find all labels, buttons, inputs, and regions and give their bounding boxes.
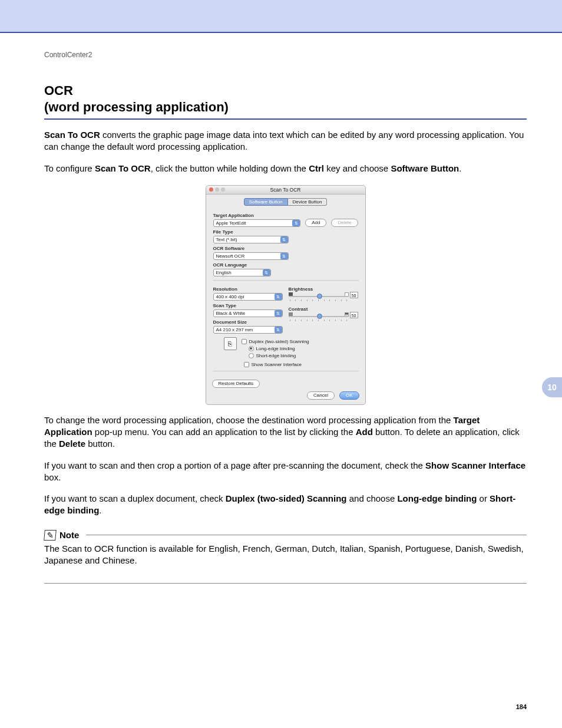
add-button[interactable]: Add	[305, 219, 326, 227]
select-scan-type[interactable]: Black & White ⇅	[213, 309, 283, 317]
checkbox-show-scanner-interface[interactable]	[244, 362, 249, 367]
note-heading: ✎ Note	[44, 530, 527, 541]
value-brightness: 50	[350, 292, 358, 298]
p5-b2: Long-edge binding	[397, 493, 477, 503]
value-resolution: 400 x 400 dpi	[216, 294, 244, 299]
ok-button[interactable]: OK	[339, 391, 359, 400]
p5-t1: If you want to scan a duplex document, c…	[44, 493, 226, 503]
p3-t2: pop-up menu. You can add an application …	[92, 427, 356, 437]
cancel-button[interactable]: Cancel	[307, 391, 335, 400]
select-resolution[interactable]: 400 x 400 dpi ⇅	[213, 293, 283, 301]
label-file-type: File Type	[213, 229, 358, 235]
paragraph-5: If you want to scan a duplex document, c…	[44, 493, 527, 517]
p5-b1: Duplex (two-sided) Scanning	[226, 493, 347, 503]
label-ocr-language: OCR Language	[213, 262, 358, 268]
title-line1: OCR	[44, 83, 73, 98]
paragraph-1: Scan To OCR converts the graphic page im…	[44, 129, 527, 153]
chevron-updown-icon: ⇅	[275, 327, 282, 333]
select-target-application[interactable]: Apple TextEdit ⇅	[213, 219, 301, 227]
select-ocr-software[interactable]: Newsoft OCR ⇅	[213, 252, 289, 260]
slider-brightness[interactable]: 50	[289, 294, 358, 299]
value-target-application: Apple TextEdit	[216, 220, 246, 226]
paragraph-3: To change the word processing applicatio…	[44, 414, 527, 450]
value-file-type: Text (*.txt)	[216, 237, 237, 242]
p3-b2: Add	[356, 427, 373, 437]
value-contrast: 50	[350, 312, 358, 318]
p4-t1: If you want to scan and then crop a port…	[44, 460, 425, 470]
chevron-updown-icon: ⇅	[275, 294, 282, 300]
chapter-tab: 10	[542, 377, 562, 397]
slider-thumb[interactable]	[317, 294, 322, 299]
label-brightness: Brightness	[289, 286, 358, 292]
page-title: OCR (word processing application)	[44, 83, 527, 115]
p2-t2: , click the button while holding down th…	[151, 163, 309, 173]
p2-b1: Scan To OCR	[95, 163, 151, 173]
p2-t1: To configure	[44, 163, 95, 173]
select-ocr-language[interactable]: English ⇅	[213, 269, 271, 276]
p5-t4: .	[99, 505, 101, 515]
paragraph-2: To configure Scan To OCR, click the butt…	[44, 163, 527, 174]
p4-b1: Show Scanner Interface	[425, 460, 525, 470]
label-short-edge: Short-edge binding	[256, 353, 296, 358]
p2-t4: .	[459, 163, 461, 173]
delete-button[interactable]: Delete	[331, 219, 358, 227]
value-document-size: A4 210 x 297 mm	[216, 327, 253, 332]
label-resolution: Resolution	[213, 286, 283, 292]
p3-t4: button.	[85, 439, 115, 449]
label-long-edge: Long-edge binding	[256, 346, 295, 351]
page-number: 184	[516, 703, 527, 710]
note-end-rule	[44, 583, 527, 584]
label-ocr-software: OCR Software	[213, 246, 358, 251]
p5-t3: or	[477, 493, 490, 503]
value-ocr-language: English	[216, 270, 232, 275]
label-show-scanner-interface: Show Scanner Interface	[252, 362, 302, 367]
restore-defaults-button[interactable]: Restore Defaults	[212, 380, 260, 388]
label-duplex: Duplex (two-sided) Scanning	[249, 339, 309, 344]
dialog-title: Scan To OCR	[206, 187, 365, 193]
p1-b1: Scan To OCR	[44, 130, 100, 140]
scan-to-ocr-dialog: Scan To OCR Software Button Device Butto…	[206, 185, 366, 405]
dialog-titlebar: Scan To OCR	[206, 186, 365, 195]
p2-b3: Software Button	[391, 163, 459, 173]
slider-thumb[interactable]	[317, 314, 322, 319]
page-top-band	[0, 0, 562, 33]
checkbox-duplex[interactable]	[242, 339, 247, 344]
radio-short-edge[interactable]	[249, 353, 254, 358]
p5-t2: and choose	[347, 493, 398, 503]
p1-t1: converts the graphic page image data int…	[44, 130, 524, 151]
paragraph-4: If you want to scan and then crop a port…	[44, 460, 527, 484]
select-file-type[interactable]: Text (*.txt) ⇅	[213, 236, 289, 243]
chevron-updown-icon: ⇅	[292, 220, 300, 226]
tab-software-button[interactable]: Software Button	[244, 198, 288, 206]
p3-b3: Delete	[59, 439, 85, 449]
chevron-updown-icon: ⇅	[280, 253, 288, 259]
note-label: Note	[59, 530, 79, 540]
label-scan-type: Scan Type	[213, 303, 283, 308]
p2-b2: Ctrl	[309, 163, 324, 173]
chevron-updown-icon: ⇅	[280, 236, 288, 243]
label-contrast: Contrast	[289, 307, 358, 312]
p4-t2: box.	[44, 472, 61, 482]
value-ocr-software: Newsoft OCR	[216, 253, 245, 259]
note-text: The Scan to OCR function is available fo…	[44, 543, 527, 567]
p3-t1: To change the word processing applicatio…	[44, 415, 454, 425]
breadcrumb: ControlCenter2	[44, 51, 527, 59]
label-target-application: Target Application	[213, 213, 358, 218]
chevron-updown-icon: ⇅	[263, 269, 270, 276]
duplex-icon: ⎘	[224, 337, 237, 350]
title-line2: (word processing application)	[44, 100, 229, 114]
value-scan-type: Black & White	[216, 311, 246, 316]
select-document-size[interactable]: A4 210 x 297 mm ⇅	[213, 326, 283, 334]
p2-t3: key and choose	[324, 163, 391, 173]
radio-long-edge[interactable]	[249, 346, 254, 351]
slider-contrast[interactable]: 50	[289, 314, 358, 319]
tab-device-button[interactable]: Device Button	[288, 198, 328, 206]
note-icon: ✎	[44, 530, 57, 541]
label-document-size: Document Size	[213, 319, 283, 325]
chevron-updown-icon: ⇅	[275, 310, 282, 317]
title-rule	[44, 118, 527, 120]
